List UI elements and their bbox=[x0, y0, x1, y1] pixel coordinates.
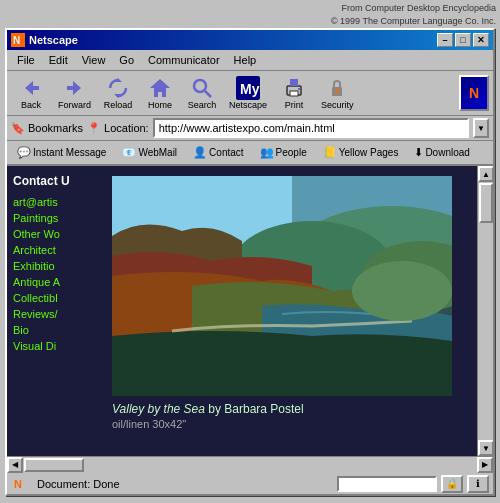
webmail-label: WebMail bbox=[138, 147, 177, 158]
svg-point-22 bbox=[352, 261, 452, 321]
url-input[interactable] bbox=[153, 118, 469, 138]
yellow-pages-label: Yellow Pages bbox=[339, 147, 399, 158]
status-lock-button[interactable]: 🔒 bbox=[441, 475, 463, 493]
sidebar-link-exhibitions[interactable]: Exhibitio bbox=[7, 258, 102, 274]
svg-line-8 bbox=[205, 91, 211, 97]
scroll-left-button[interactable]: ◀ bbox=[7, 457, 23, 473]
vertical-scrollbar: ▲ ▼ bbox=[477, 166, 493, 456]
scroll-track bbox=[478, 182, 493, 440]
svg-rect-12 bbox=[290, 79, 298, 86]
instant-message-button[interactable]: 💬 Instant Message bbox=[11, 143, 112, 162]
netscape-button[interactable]: My Netscape bbox=[224, 73, 272, 113]
toolbar: Back Forward Reload Home Search bbox=[7, 71, 493, 116]
netscape-title-icon: N bbox=[11, 33, 25, 47]
instant-message-label: Instant Message bbox=[33, 147, 106, 158]
sidebar-link-paintings[interactable]: Paintings bbox=[7, 210, 102, 226]
security-button[interactable]: Security bbox=[316, 73, 359, 113]
print-label: Print bbox=[285, 100, 304, 110]
svg-marker-2 bbox=[25, 81, 39, 95]
scroll-thumb[interactable] bbox=[479, 183, 493, 223]
reload-label: Reload bbox=[104, 100, 133, 110]
search-button[interactable]: Search bbox=[182, 73, 222, 113]
svg-marker-3 bbox=[67, 81, 81, 95]
sidebar-link-reviews[interactable]: Reviews/ bbox=[7, 306, 102, 322]
sidebar-link-antique[interactable]: Antique A bbox=[7, 274, 102, 290]
page-content: ▲ ▼ bbox=[102, 166, 493, 456]
menu-view[interactable]: View bbox=[76, 52, 112, 68]
sidebar-link-architecture[interactable]: Architect bbox=[7, 242, 102, 258]
status-netscape-icon: N bbox=[11, 475, 33, 493]
h-scroll-thumb[interactable] bbox=[24, 458, 84, 472]
svg-rect-13 bbox=[290, 91, 298, 96]
url-dropdown-button[interactable]: ▼ bbox=[473, 118, 489, 138]
people-label: People bbox=[276, 147, 307, 158]
svg-text:My: My bbox=[240, 81, 260, 97]
menu-communicator[interactable]: Communicator bbox=[142, 52, 226, 68]
title-bar: N Netscape – □ ✕ bbox=[7, 30, 493, 50]
print-button[interactable]: Print bbox=[274, 73, 314, 113]
title-bar-left: N Netscape bbox=[11, 33, 78, 47]
sidebar-link-bio[interactable]: Bio bbox=[7, 322, 102, 338]
home-label: Home bbox=[148, 100, 172, 110]
home-icon bbox=[148, 76, 172, 100]
h-scroll-track bbox=[23, 457, 477, 473]
scroll-up-button[interactable]: ▲ bbox=[478, 166, 493, 182]
painting-svg bbox=[112, 176, 452, 396]
people-icon: 👥 bbox=[260, 146, 274, 159]
address-bar: 🔖 Bookmarks 📍 Location: ▼ bbox=[7, 116, 493, 141]
reload-button[interactable]: Reload bbox=[98, 73, 138, 113]
people-button[interactable]: 👥 People bbox=[254, 143, 313, 162]
menu-help[interactable]: Help bbox=[228, 52, 263, 68]
back-icon bbox=[19, 76, 43, 100]
menu-edit[interactable]: Edit bbox=[43, 52, 74, 68]
netscape-window: N Netscape – □ ✕ File Edit View Go Commu… bbox=[5, 28, 495, 496]
search-label: Search bbox=[188, 100, 217, 110]
menu-go[interactable]: Go bbox=[113, 52, 140, 68]
forward-icon bbox=[63, 76, 87, 100]
svg-text:N: N bbox=[13, 35, 20, 46]
minimize-button[interactable]: – bbox=[437, 33, 453, 47]
print-icon bbox=[282, 76, 306, 100]
bookmarks-label[interactable]: 🔖 Bookmarks bbox=[11, 122, 83, 135]
sidebar-link-email[interactable]: art@artis bbox=[7, 194, 102, 210]
back-label: Back bbox=[21, 100, 41, 110]
caption-area: Valley by the Sea by Barbara Postel oil/… bbox=[112, 396, 467, 432]
location-label: 📍 Location: bbox=[87, 122, 149, 135]
scroll-right-button[interactable]: ▶ bbox=[477, 457, 493, 473]
status-info-button[interactable]: ℹ bbox=[467, 475, 489, 493]
contact-button[interactable]: 👤 Contact bbox=[187, 143, 249, 162]
sidebar-link-collectibles[interactable]: Collectibl bbox=[7, 290, 102, 306]
status-text: Document: Done bbox=[37, 478, 333, 490]
search-icon bbox=[190, 76, 214, 100]
location-icon: 📍 bbox=[87, 122, 101, 135]
horizontal-scrollbar: ◀ ▶ bbox=[7, 456, 493, 472]
sidebar-title: Contact U bbox=[7, 170, 102, 194]
download-button[interactable]: ⬇ Download bbox=[408, 143, 475, 162]
scroll-down-button[interactable]: ▼ bbox=[478, 440, 493, 456]
svg-point-16 bbox=[335, 89, 339, 93]
webmail-button[interactable]: 📧 WebMail bbox=[116, 143, 183, 162]
close-button[interactable]: ✕ bbox=[473, 33, 489, 47]
sidebar-link-visual[interactable]: Visual Di bbox=[7, 338, 102, 354]
back-button[interactable]: Back bbox=[11, 73, 51, 113]
maximize-button[interactable]: □ bbox=[455, 33, 471, 47]
bookmark-icon: 🔖 bbox=[11, 122, 25, 135]
home-button[interactable]: Home bbox=[140, 73, 180, 113]
status-bar: N Document: Done 🔒 ℹ bbox=[7, 472, 493, 494]
svg-marker-6 bbox=[150, 79, 170, 97]
painting-title: Valley by the Sea by Barbara Postel bbox=[112, 402, 467, 416]
svg-rect-14 bbox=[298, 88, 300, 90]
svg-point-7 bbox=[194, 80, 206, 92]
svg-text:N: N bbox=[14, 478, 22, 490]
forward-button[interactable]: Forward bbox=[53, 73, 96, 113]
security-label: Security bbox=[321, 100, 354, 110]
menu-file[interactable]: File bbox=[11, 52, 41, 68]
netscape-logo: N bbox=[459, 75, 489, 111]
webmail-icon: 📧 bbox=[122, 146, 136, 159]
yellow-pages-button[interactable]: 📒 Yellow Pages bbox=[317, 143, 405, 162]
sidebar: Contact U art@artis Paintings Other Wo A… bbox=[7, 166, 102, 456]
netscape-icon: My bbox=[236, 76, 260, 100]
contact-icon: 👤 bbox=[193, 146, 207, 159]
sidebar-link-other[interactable]: Other Wo bbox=[7, 226, 102, 242]
personal-toolbar: 💬 Instant Message 📧 WebMail 👤 Contact 👥 … bbox=[7, 141, 493, 166]
